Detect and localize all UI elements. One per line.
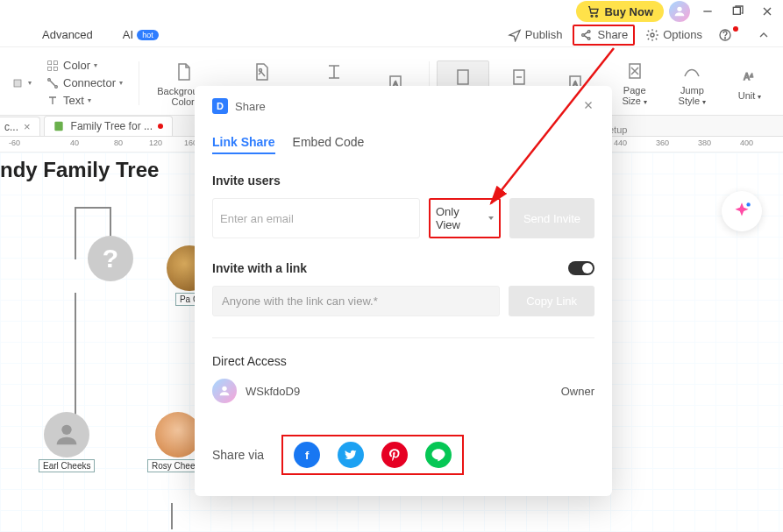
options-label: Options (663, 28, 702, 41)
share-pinterest-button[interactable] (381, 442, 408, 468)
svg-rect-12 (53, 60, 57, 64)
connector-icon (46, 76, 60, 90)
member-role: Owner (561, 385, 594, 398)
ribbon-color-label: Color (63, 59, 90, 72)
tab-embed-code[interactable]: Embed Code (293, 135, 365, 154)
svg-point-28 (746, 202, 750, 206)
line-icon (431, 447, 446, 463)
share-label: Share (597, 28, 628, 41)
facebook-icon: f (305, 449, 309, 462)
permission-label: Only View (436, 205, 485, 231)
text-icon (46, 94, 60, 108)
silhouette-icon (44, 412, 89, 458)
member-avatar (212, 379, 237, 403)
dialog-close-button[interactable] (582, 99, 594, 114)
buy-now-button[interactable]: Buy Now (576, 1, 664, 22)
share-via-label: Share via (212, 448, 264, 462)
publish-label: Publish (525, 28, 563, 41)
node-label: Earl Cheeks (39, 459, 95, 472)
ai-sparkle-icon (730, 200, 753, 223)
tree-node-unknown[interactable]: ? (88, 236, 133, 281)
svg-point-9 (724, 37, 725, 38)
ribbon-page-size[interactable]: Page Size ▾ (609, 55, 661, 111)
svg-point-5 (588, 30, 591, 32)
ribbon-connector-label: Connector (63, 76, 116, 89)
member-row: WSkfdoD9 Owner (212, 379, 594, 403)
tree-connector (75, 207, 110, 209)
tab-1-label: c... (4, 121, 18, 133)
share-facebook-button[interactable]: f (294, 442, 320, 468)
borders-icon (324, 61, 345, 82)
svg-point-27 (62, 425, 72, 435)
publish-button[interactable]: Publish (502, 26, 568, 44)
share-link-field: Anyone with the link can view.* (212, 286, 500, 316)
svg-point-16 (55, 85, 58, 88)
member-name: WSkfdoD9 (246, 385, 300, 398)
help-icon (718, 28, 732, 42)
svg-rect-3 (733, 7, 740, 14)
pinterest-icon (388, 448, 402, 462)
ribbon-jump-style[interactable]: Jump Style ▾ (665, 55, 720, 111)
share-button[interactable]: Share (573, 25, 635, 46)
ribbon-text-label: Text (63, 94, 84, 107)
svg-point-1 (596, 15, 598, 17)
question-icon: ? (88, 236, 133, 281)
square-icon (11, 76, 25, 90)
user-avatar[interactable] (669, 1, 690, 22)
minimize-icon (701, 4, 715, 18)
menu-advanced[interactable]: Advanced (42, 28, 93, 41)
chevron-down-icon (488, 216, 494, 220)
send-invite-button[interactable]: Send Invite (509, 198, 594, 238)
jump-icon (681, 60, 702, 82)
hot-badge: hot (137, 30, 159, 40)
invite-email-input[interactable] (212, 198, 420, 238)
link-share-toggle[interactable] (568, 261, 594, 275)
document-tab-2[interactable]: Family Tree for ... (44, 116, 173, 136)
document-tab-1[interactable]: c... × (0, 117, 40, 136)
collapse-ribbon-button[interactable] (751, 26, 776, 44)
svg-point-6 (588, 37, 591, 39)
window-close-button[interactable] (755, 2, 779, 21)
share-line-button[interactable] (425, 442, 452, 468)
chevron-up-icon (757, 28, 771, 42)
cartoon-face-icon (155, 412, 201, 458)
qat-btn-1[interactable]: ▾ (7, 75, 35, 91)
ribbon-unit[interactable]: A⁴Unit ▾ (723, 60, 776, 106)
dialog-title: Share (235, 100, 266, 113)
share-dialog: D Share Link Share Embed Code Invite use… (195, 86, 612, 496)
share-twitter-button[interactable] (338, 442, 364, 468)
invite-users-label: Invite users (212, 174, 594, 188)
tree-connector (75, 207, 76, 259)
svg-rect-11 (48, 60, 52, 64)
app-logo-icon: D (212, 98, 228, 114)
tree-node-earl[interactable]: Earl Cheeks (39, 412, 95, 472)
tab-2-label: Family Tree for ... (71, 120, 153, 132)
tab-close-icon[interactable]: × (24, 120, 31, 133)
unit-icon: A⁴ (741, 67, 758, 85)
copy-link-button[interactable]: Copy Link (509, 286, 594, 316)
ribbon-text[interactable]: Text▾ (42, 93, 126, 109)
maximize-icon (730, 4, 744, 18)
publish-icon (508, 28, 522, 42)
ai-assistant-fab[interactable] (722, 191, 762, 231)
grid-icon (46, 59, 60, 73)
svg-rect-26 (54, 122, 62, 131)
send-invite-label: Send Invite (523, 212, 580, 225)
divider (212, 337, 594, 338)
ribbon-page-size-label: Page Size (622, 85, 645, 106)
help-button[interactable] (713, 26, 746, 44)
ribbon-color[interactable]: Color▾ (42, 58, 126, 74)
options-button[interactable]: Options (640, 26, 708, 44)
svg-point-29 (222, 387, 226, 391)
fit-icon (509, 67, 530, 88)
close-icon (760, 4, 774, 18)
tab-link-share[interactable]: Link Share (212, 135, 275, 154)
copy-link-label: Copy Link (526, 294, 577, 308)
menu-ai[interactable]: AI hot (123, 28, 159, 41)
ribbon-connector[interactable]: Connector▾ (42, 75, 126, 91)
window-minimize-button[interactable] (695, 2, 720, 21)
buy-now-label: Buy Now (604, 5, 653, 18)
person-icon (673, 4, 687, 18)
window-maximize-button[interactable] (725, 2, 750, 21)
permission-select[interactable]: Only View (429, 198, 501, 238)
